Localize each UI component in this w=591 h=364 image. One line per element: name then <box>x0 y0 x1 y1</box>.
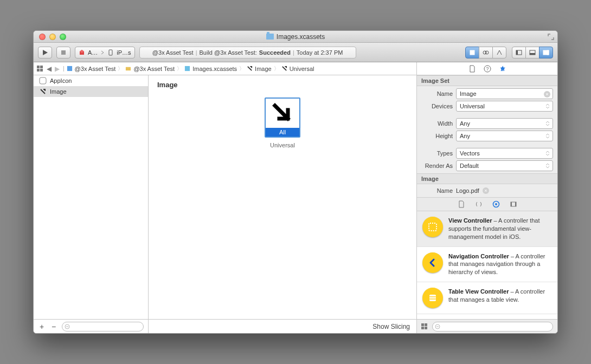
device-icon <box>107 49 114 56</box>
name-label: Name <box>421 90 453 97</box>
library-item-text: View Controller – A controller that supp… <box>448 217 552 241</box>
library-filter[interactable] <box>432 322 553 332</box>
crumb-slot[interactable]: Universal <box>281 66 314 72</box>
width-select[interactable]: Any <box>456 118 553 129</box>
render-select[interactable]: Default <box>456 160 553 171</box>
toolbar: A… iP…s @3x Asset Test | Build @3x Asset… <box>34 43 557 62</box>
panel-toggle-segment <box>512 47 553 58</box>
status-time: Today at 2:37 PM <box>297 49 343 56</box>
file-inspector-icon[interactable] <box>468 65 476 73</box>
render-label: Render As <box>421 162 453 169</box>
show-slicing-button[interactable]: Show Slicing <box>372 323 410 330</box>
catalog-icon <box>184 66 190 72</box>
status-target: @3x Asset Test <box>152 49 194 56</box>
window-title-text: Images.xcassets <box>277 33 325 41</box>
image-slot[interactable]: All <box>265 98 300 138</box>
back-button[interactable]: ◀ <box>46 65 53 73</box>
types-label: Types <box>421 150 453 157</box>
library-footer <box>417 319 557 333</box>
crumb-imageset[interactable]: Image <box>247 66 272 72</box>
filter-icon <box>435 324 440 329</box>
scheme-dest: iP…s <box>117 49 131 56</box>
scheme-selector[interactable]: A… iP…s <box>75 47 135 58</box>
add-asset-button[interactable]: + <box>38 322 46 331</box>
help-inspector-icon[interactable]: ? <box>484 65 491 73</box>
height-select[interactable]: Any <box>456 131 553 141</box>
toggle-navigator-button[interactable] <box>512 47 526 58</box>
asset-item-label: AppIcon <box>50 77 72 84</box>
remove-asset-button[interactable]: − <box>50 322 57 331</box>
asset-item-appicon[interactable]: AppIcon <box>34 75 148 86</box>
run-button[interactable] <box>38 47 52 58</box>
width-value: Any <box>460 120 470 127</box>
file-template-tab-icon[interactable] <box>458 200 465 208</box>
toggle-utilities-button[interactable] <box>539 47 553 58</box>
titlebar: Images.xcassets <box>34 31 557 43</box>
activity-status: @3x Asset Test | Build @3x Asset Test: S… <box>139 47 356 58</box>
field-width: Width Any <box>421 118 553 129</box>
asset-item-label: Image <box>50 88 67 95</box>
clear-name-icon[interactable]: × <box>544 91 550 98</box>
crumb-project[interactable]: @3x Asset Test <box>67 66 116 72</box>
object-library-tab-icon[interactable] <box>492 200 500 208</box>
clear-file-icon[interactable]: × <box>483 187 489 194</box>
types-value: Vectors <box>460 150 480 157</box>
types-select[interactable]: Vectors <box>456 148 553 159</box>
render-value: Default <box>460 162 479 169</box>
assistant-editor-button[interactable] <box>479 47 493 58</box>
xcode-window: Images.xcassets A… iP…s @3x Asset Test |… <box>33 30 558 334</box>
inspector-tabs: ? <box>416 62 557 75</box>
attributes-inspector-icon[interactable] <box>499 65 506 73</box>
library-item-view-controller[interactable]: View Controller – A controller that supp… <box>417 211 557 247</box>
svg-rect-23 <box>515 202 516 206</box>
devices-label: Devices <box>421 103 453 109</box>
library-item-text: Navigation Controller – A controller tha… <box>448 252 552 277</box>
name-input[interactable]: Image × <box>456 88 553 99</box>
library-item-table-view-controller[interactable]: Table View Controller – A controller tha… <box>417 282 557 314</box>
filter-icon <box>65 324 70 329</box>
code-snippet-tab-icon[interactable] <box>475 200 483 208</box>
app-icon <box>79 49 85 56</box>
folder-icon <box>266 34 274 40</box>
library-item-title: View Controller <box>448 217 492 224</box>
toggle-debug-button[interactable] <box>525 47 539 58</box>
stop-button[interactable] <box>56 47 70 58</box>
image-icon <box>247 66 253 72</box>
svg-rect-10 <box>547 50 549 55</box>
crumb-folder[interactable]: @3x Asset Test <box>125 66 175 72</box>
image-set-fields: Name Image × Devices Universal Width Any <box>417 86 557 173</box>
height-value: Any <box>460 133 470 139</box>
height-label: Height <box>421 133 453 139</box>
crumb-catalog[interactable]: Images.xcassets <box>184 66 237 72</box>
devices-value: Universal <box>460 103 485 109</box>
image-icon <box>281 66 287 72</box>
svg-rect-2 <box>470 50 474 55</box>
svg-rect-24 <box>429 223 436 231</box>
status-build-label: Build @3x Asset Test: <box>199 49 256 56</box>
utilities-panel: Image Set Name Image × Devices Universal… <box>416 75 557 333</box>
library-item-navigation-controller[interactable]: Navigation Controller – A controller tha… <box>417 247 557 283</box>
view-controller-icon <box>422 217 443 237</box>
jump-bar: ◀ ▶ | @3x Asset Test 〉 @3x Asset Test 〉 … <box>34 62 557 75</box>
devices-select[interactable]: Universal <box>456 101 553 112</box>
svg-rect-1 <box>109 50 112 55</box>
asset-list: AppIcon Image <box>34 75 148 319</box>
width-label: Width <box>421 120 453 127</box>
svg-rect-11 <box>67 66 72 71</box>
navigation-controller-icon <box>422 252 443 273</box>
file-label: Name <box>421 187 453 194</box>
standard-editor-button[interactable] <box>465 47 479 58</box>
version-editor-button[interactable] <box>492 47 506 58</box>
svg-rect-22 <box>511 202 512 206</box>
svg-rect-13 <box>185 66 190 71</box>
related-items-icon[interactable] <box>37 66 43 72</box>
slot-label: All <box>266 128 299 136</box>
library-tabs <box>417 197 557 211</box>
toolbar-right <box>465 47 553 58</box>
svg-point-4 <box>485 51 489 54</box>
asset-item-image[interactable]: Image <box>34 86 148 97</box>
media-library-tab-icon[interactable] <box>510 200 517 208</box>
library-view-mode-icon[interactable] <box>421 323 428 330</box>
forward-button[interactable]: ▶ <box>54 65 61 73</box>
asset-filter[interactable] <box>62 322 144 332</box>
